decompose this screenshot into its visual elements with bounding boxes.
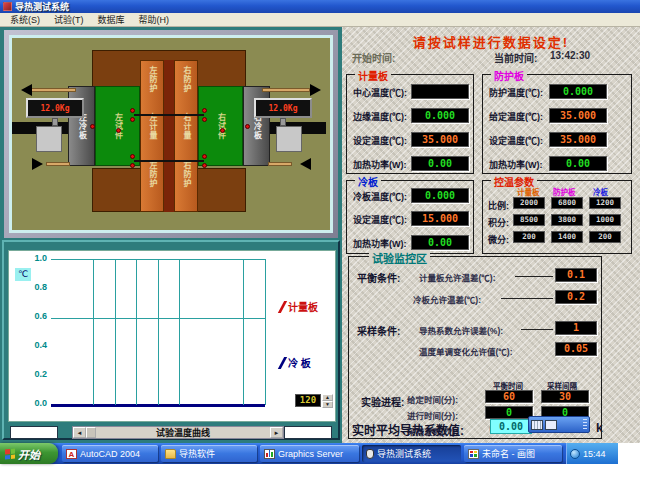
- value-display: 0.00: [411, 156, 469, 171]
- current-time-value: 13:42:30: [550, 50, 590, 61]
- current-time-label: 当前时间:: [494, 50, 537, 65]
- value-display: 0.000: [411, 188, 469, 203]
- x-window-value[interactable]: 120: [295, 394, 321, 407]
- pid-cell: 3800: [551, 214, 583, 226]
- mouse-icon: [366, 449, 374, 459]
- group-title: 冷板: [355, 174, 381, 189]
- right-gauge-value: 12.0Kg: [269, 104, 298, 113]
- folder-icon: [165, 449, 176, 459]
- right-readout-box: [284, 426, 332, 439]
- left-in-arrow-icon: [32, 158, 49, 170]
- menu-system[interactable]: 系统(S): [4, 13, 46, 26]
- sensor-dot: [202, 154, 207, 159]
- value-display: [411, 84, 469, 99]
- legend-meter-plate: 计量板: [281, 299, 318, 314]
- right-meter-label: 右计量: [182, 113, 190, 140]
- value-display: 0.00: [549, 156, 607, 171]
- field-label: 冷板允许温差(℃):: [413, 293, 481, 305]
- sensor-dot: [130, 108, 135, 113]
- sensor-dot: [90, 124, 95, 129]
- scroll-left-button[interactable]: ◄: [73, 427, 86, 438]
- field-label: 给定时间(分):: [407, 393, 458, 405]
- realtime-coefficient-unit: k: [596, 421, 603, 435]
- menu-help[interactable]: 帮助(H): [133, 13, 176, 26]
- group-pid-params: 控温参数 计量板 防护板 冷板 比例: 2000 6800 1200 积分: 8…: [482, 180, 632, 254]
- scroll-right-button[interactable]: ►: [270, 427, 283, 438]
- gridline: [179, 259, 180, 405]
- value-display: 30: [541, 390, 589, 403]
- sensor-dot: [202, 163, 207, 168]
- sensor-dot: [130, 154, 135, 159]
- temperature-chart: 1.0 0.8 0.6 0.4 0.2 0.0 ℃ 计量板: [8, 250, 336, 422]
- right-gauge-display: 12.0Kg: [254, 98, 312, 118]
- spin-up-button[interactable]: ▲: [322, 394, 333, 401]
- chart-panel: 1.0 0.8 0.6 0.4 0.2 0.0 ℃ 计量板: [2, 240, 340, 440]
- sample-condition-label: 采样条件:: [357, 323, 400, 338]
- tray-status-icon[interactable]: [570, 449, 580, 459]
- taskbar-item-paint[interactable]: 未命名 - 画图: [464, 445, 562, 462]
- windows-logo-icon: [5, 448, 15, 459]
- task-label: Graphics Server: [278, 449, 343, 459]
- pid-cell: 1000: [589, 214, 621, 226]
- center-gap: [164, 60, 174, 212]
- chart-scrollbar[interactable]: ◄ 试验温度曲线 ►: [72, 426, 284, 439]
- pid-cell: 1200: [589, 197, 621, 209]
- taskbar-item-thermal-test-system[interactable]: 导热测试系统: [362, 445, 461, 462]
- keyboard-icon[interactable]: [531, 420, 543, 430]
- right-gauge-stand: [280, 118, 286, 126]
- chart-title: 试验温度曲线: [96, 426, 270, 439]
- spin-down-button[interactable]: ▼: [322, 401, 333, 408]
- left-specimen-label: 左试件: [114, 113, 122, 140]
- taskbar-item-graphics-server[interactable]: Graphics Server: [260, 445, 359, 462]
- group-cold-plate: 冷板 冷板温度(℃): 0.000 设定温度(℃): 15.000 加热功率(W…: [346, 180, 474, 254]
- unit-chip: ℃: [15, 268, 31, 281]
- pid-cell: 200: [513, 231, 545, 243]
- apparatus-diagram: 左冷板 左试件 左防护 左计量 左防护 右防护 右计量 右防护 右试件: [9, 35, 333, 233]
- value-display: 0.1: [555, 268, 597, 282]
- field-label: 中心温度(℃):: [353, 86, 407, 99]
- field-label: 加热功率(W):: [489, 158, 543, 171]
- input-method-icon[interactable]: [545, 420, 557, 430]
- pid-cell: 2000: [513, 197, 545, 209]
- gridline: [115, 259, 116, 405]
- value-display: 35.000: [411, 132, 469, 147]
- taskbar-item-folder[interactable]: 导热软件: [161, 445, 257, 462]
- value-display: 0: [485, 406, 533, 419]
- window-title: 导热测试系统: [15, 0, 69, 13]
- left-low-tube: [46, 162, 70, 166]
- y-tick: 0.4: [23, 340, 47, 350]
- language-bar[interactable]: [528, 416, 590, 433]
- value-display: 0.000: [549, 84, 607, 99]
- scrollbar-thumb[interactable]: [86, 427, 96, 438]
- field-label: 进行时间(分):: [407, 409, 458, 421]
- pid-cell: 200: [589, 231, 621, 243]
- task-label: 导热软件: [179, 447, 215, 460]
- paint-icon: [468, 449, 479, 459]
- tray-clock: 15:44: [583, 449, 606, 459]
- panel-header: 请按试样进行数据设定!: [342, 32, 640, 51]
- left-guard-bottom-label: 左防护: [148, 161, 156, 188]
- graphics-server-icon: [264, 449, 275, 459]
- legend-line-icon: [278, 301, 287, 313]
- left-top-tube: [28, 88, 76, 92]
- langbar-grip-icon[interactable]: [583, 419, 587, 431]
- menu-database[interactable]: 数据库: [92, 13, 131, 26]
- menu-test[interactable]: 试验(T): [48, 13, 90, 26]
- field-label: 设定温度(℃):: [353, 213, 407, 226]
- legend-label: 计量板: [288, 299, 318, 314]
- divider-line: [134, 114, 204, 116]
- left-readout-box: [10, 426, 58, 439]
- right-pedestal: [276, 126, 302, 152]
- sensor-dot: [202, 117, 207, 122]
- start-button[interactable]: 开始: [0, 443, 58, 464]
- taskbar-item-autocad[interactable]: A AutoCAD 2004: [62, 445, 158, 462]
- group-metering-plate: 计量板 中心温度(℃): 边缘温度(℃): 0.000 设定温度(℃): 35.…: [346, 74, 474, 174]
- title-bar: 导热测试系统: [0, 0, 640, 13]
- app-icon: [3, 2, 12, 11]
- progress-label: 实验进程:: [361, 394, 404, 409]
- connector-line: [515, 276, 553, 277]
- field-label: 设定温度(℃):: [353, 134, 407, 147]
- gridline: [243, 259, 244, 405]
- realtime-coefficient-label: 实时平均导热系数值:: [352, 421, 464, 438]
- start-time-label: 开始时间:: [352, 50, 395, 65]
